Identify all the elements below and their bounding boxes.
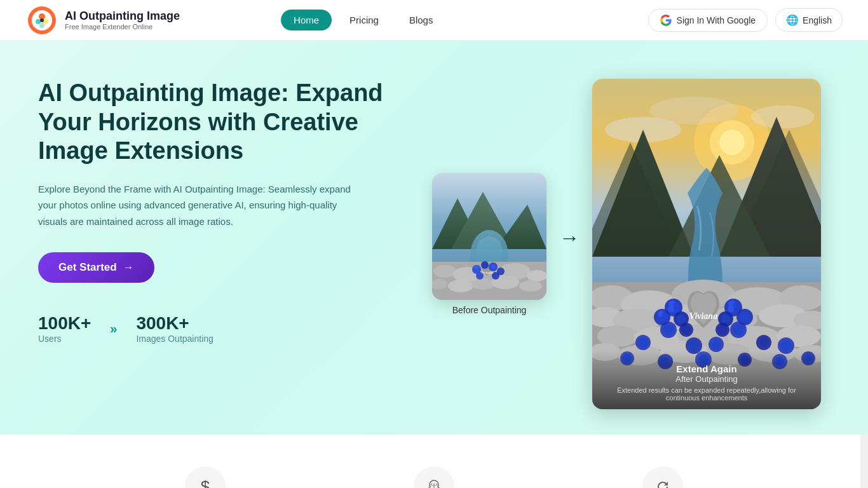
stat-images: 300K+ Images Outpainting: [136, 313, 213, 344]
svg-point-5: [43, 19, 48, 24]
svg-point-93: [733, 302, 739, 309]
stat-users-number: 100K+: [38, 313, 91, 334]
svg-point-102: [718, 325, 727, 334]
language-button[interactable]: 🌐 English: [775, 8, 843, 32]
svg-point-44: [649, 97, 738, 125]
svg-point-110: [759, 338, 768, 347]
stat-users: 100K+ Users: [38, 313, 91, 344]
svg-point-7: [40, 18, 44, 22]
svg-point-33: [492, 272, 499, 280]
svg-point-89: [682, 325, 691, 334]
svg-point-112: [781, 341, 791, 351]
hero-title: AI Outpainting Image: Expand Your Horizo…: [38, 79, 407, 166]
stat-images-number: 300K+: [136, 313, 213, 334]
svg-point-78: [668, 306, 674, 313]
svg-point-100: [733, 325, 743, 335]
svg-point-108: [712, 340, 721, 349]
svg-point-28: [481, 261, 489, 269]
sign-in-button[interactable]: Sign In With Google: [648, 9, 768, 32]
svg-point-37: [477, 270, 480, 274]
feature-free-icon: $: [185, 466, 226, 488]
nav-home[interactable]: Home: [281, 10, 332, 30]
svg-point-98: [721, 315, 730, 323]
svg-point-22: [471, 278, 494, 290]
after-sublabel: Extended results can be expanded repeate…: [600, 386, 813, 402]
svg-point-83: [661, 312, 668, 318]
before-column: Viviana Before Outpainti: [432, 173, 546, 315]
svg-point-77: [673, 302, 679, 309]
svg-point-106: [689, 341, 699, 351]
stat-divider: »: [110, 322, 117, 336]
svg-point-35: [476, 265, 480, 269]
svg-point-96: [740, 312, 750, 322]
svg-point-36: [473, 269, 477, 273]
hero-left: AI Outpainting Image: Expand Your Horizo…: [38, 72, 407, 344]
nav-pricing[interactable]: Pricing: [337, 10, 391, 30]
svg-point-19: [527, 270, 546, 281]
nav-actions: Sign In With Google 🌐 English: [648, 8, 843, 32]
nav-links: Home Pricing Blogs: [281, 10, 445, 30]
feature-context-icon: [414, 466, 454, 488]
svg-point-15: [433, 265, 456, 278]
hero-section: AI Outpainting Image: Expand Your Horizo…: [0, 41, 868, 435]
logo-icon: [25, 4, 58, 37]
navbar: AI Outpainting Image Free Image Extender…: [0, 0, 868, 41]
feature-extend: Extend Again Extended results can be exp…: [567, 466, 758, 488]
stat-users-label: Users: [38, 334, 91, 344]
svg-point-94: [728, 306, 734, 313]
after-label-top: Extend Again: [600, 363, 813, 374]
svg-point-21: [448, 280, 473, 292]
logo-text: AI Outpainting Image Free Image Extender…: [65, 10, 180, 30]
svg-point-104: [639, 338, 648, 347]
features-section: $ Free AI Outpainting Start for free wit…: [0, 435, 868, 488]
feature-context: Context-aware AI The AI analyzes your im…: [339, 466, 529, 488]
svg-point-6: [39, 23, 44, 28]
feature-free: $ Free AI Outpainting Start for free wit…: [110, 466, 301, 488]
svg-point-87: [663, 325, 674, 335]
svg-point-30: [491, 264, 496, 269]
logo[interactable]: AI Outpainting Image Free Image Extender…: [25, 4, 180, 37]
transition-arrow: →: [559, 226, 580, 250]
feature-extend-icon: [642, 466, 683, 488]
chevron-icon-1: »: [110, 322, 117, 336]
svg-point-4: [36, 19, 41, 24]
stat-images-label: Images Outpainting: [136, 334, 213, 344]
hero-images: Viviana Before Outpainti: [432, 72, 821, 409]
nav-blogs[interactable]: Blogs: [397, 10, 446, 30]
translate-icon: 🌐: [786, 14, 799, 26]
google-icon: [660, 15, 672, 26]
svg-point-85: [677, 315, 686, 323]
svg-point-41: [719, 130, 745, 155]
svg-point-24: [519, 280, 542, 292]
svg-text:Viviana: Viviana: [689, 311, 717, 321]
get-started-button[interactable]: Get Started →: [38, 252, 154, 283]
after-label-sub: After Outpainting: [600, 374, 813, 384]
svg-point-43: [751, 105, 815, 128]
hero-description: Explore Beyond the Frame with AI Outpain…: [38, 181, 356, 230]
stats-row: 100K+ Users » 300K+ Images Outpainting: [38, 313, 407, 344]
before-label: Before Outpainting: [452, 305, 527, 315]
after-label-overlay: Extend Again After Outpainting Extended …: [592, 351, 821, 409]
after-image: Viviana: [592, 79, 821, 409]
before-image: Viviana: [432, 173, 546, 300]
